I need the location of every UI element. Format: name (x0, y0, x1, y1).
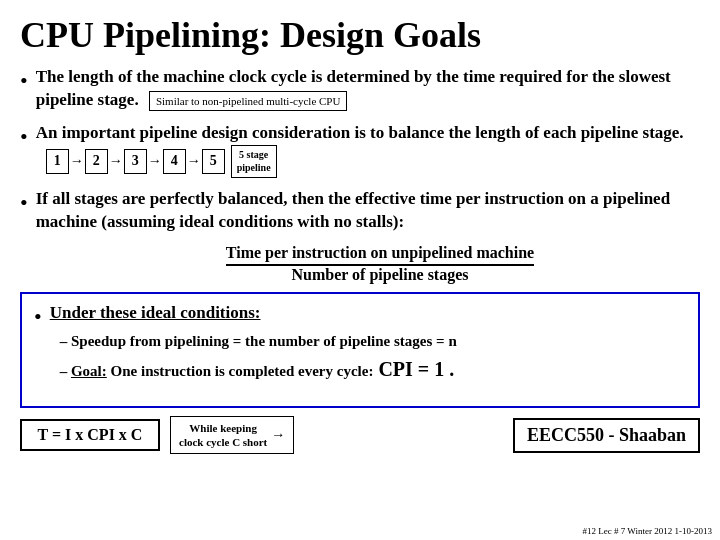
blue-box: • Under these ideal conditions: Speedup … (20, 292, 700, 408)
footer-row: T = I x CPI x C While keeping clock cycl… (20, 416, 700, 455)
while-box-text: While keeping clock cycle C short (179, 421, 267, 450)
cpi-value: CPI = 1 . (373, 358, 454, 380)
slide: CPU Pipelining: Design Goals • The lengt… (0, 0, 720, 540)
blue-box-bullet-dot: • (34, 304, 42, 330)
slide-title: CPU Pipelining: Design Goals (20, 14, 700, 56)
bullet-item-2: • An important pipeline design considera… (20, 122, 700, 178)
blue-box-header: Under these ideal conditions: Speedup fr… (50, 302, 457, 388)
while-box: While keeping clock cycle C short → (170, 416, 294, 455)
bullet3-text: If all stages are perfectly balanced, th… (36, 189, 670, 231)
bullet-dot-3: • (20, 190, 28, 216)
blue-box-header-text: Under these ideal conditions: (50, 303, 261, 322)
bullet-text-2: An important pipeline design considerati… (36, 122, 700, 178)
fraction-container: Time per instruction on unpipelined mach… (60, 244, 700, 284)
sub-item-2-text: One instruction is completed every cycle… (107, 363, 374, 379)
bullet-list: • The length of the machine clock cycle … (20, 66, 700, 234)
stage-1: 1 (46, 149, 69, 174)
sub-item-1-text: Speedup from pipelining = the number of … (71, 333, 457, 349)
bullet-item-1: • The length of the machine clock cycle … (20, 66, 700, 112)
fraction-denominator: Number of pipeline stages (60, 266, 700, 284)
bullet-dot-1: • (20, 68, 28, 94)
goal-label: Goal: (71, 363, 107, 379)
bullet-dot-2: • (20, 124, 28, 150)
stage-label: 5 stagepipeline (231, 145, 277, 178)
eecc-box: EECC550 - Shaaban (513, 418, 700, 453)
bullet-text-1: The length of the machine clock cycle is… (36, 66, 700, 112)
while-line2: clock cycle C short (179, 436, 267, 448)
pipeline-stages: 1 → 2 → 3 → 4 → 5 5 stagepipeline (46, 145, 277, 178)
bullet2-text: An important pipeline design considerati… (36, 123, 684, 142)
fraction-numerator: Time per instruction on unpipelined mach… (226, 244, 534, 266)
while-arrow: → (271, 426, 285, 444)
sub-item-2: Goal: One instruction is completed every… (60, 356, 457, 383)
stage-5: 5 (202, 149, 225, 174)
sub-item-1: Speedup from pipelining = the number of … (60, 331, 457, 351)
stage-4: 4 (163, 149, 186, 174)
bullet1-text: The length of the machine clock cycle is… (36, 67, 671, 109)
t-formula-box: T = I x CPI x C (20, 419, 160, 451)
stage-2: 2 (85, 149, 108, 174)
bullet-item-3: • If all stages are perfectly balanced, … (20, 188, 700, 234)
while-line1: While keeping (189, 422, 257, 434)
sub-bullets: Speedup from pipelining = the number of … (50, 331, 457, 383)
footer-meta: #12 Lec # 7 Winter 2012 1-10-2013 (583, 526, 712, 536)
non-pipelined-note: Similar to non-pipelined multi-cycle CPU (149, 91, 348, 112)
blue-box-header-item: • Under these ideal conditions: Speedup … (34, 302, 686, 388)
bullet-text-3: If all stages are perfectly balanced, th… (36, 188, 700, 234)
stage-3: 3 (124, 149, 147, 174)
